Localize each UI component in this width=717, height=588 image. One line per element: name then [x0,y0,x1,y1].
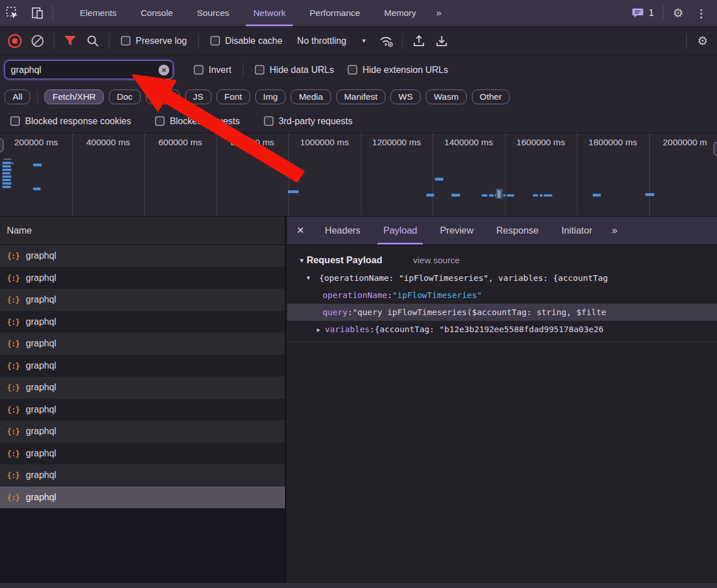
more-options-kebab-icon[interactable]: ⋮ [690,7,712,20]
request-row[interactable]: {:}graphql [0,333,285,355]
more-tabs-chevrons[interactable]: » [428,0,449,26]
triangle-right-icon: ▶ [317,326,320,333]
more-tabs-chevrons[interactable]: » [604,217,625,244]
name-column-header[interactable]: Name [0,217,285,245]
inspect-element-icon[interactable] [0,0,25,26]
blocked-requests-checkbox[interactable]: Blocked requests [148,116,247,126]
invert-label: Invert [209,65,231,75]
request-row[interactable]: {:}graphql [0,420,285,443]
divider [54,34,54,48]
timeline-tick-label: 1200000 ms [361,137,433,148]
json-braces-icon: {:} [7,471,19,480]
filter-chip-js[interactable]: JS [185,89,211,104]
payload-root-text: {operationName: "ipFlowTimeseries", vari… [319,273,608,283]
checkbox-label: Blocked response cookies [25,116,131,126]
disable-cache-checkbox[interactable]: Disable cache [203,36,290,46]
request-row[interactable]: {:}graphql [0,443,285,465]
timeline-tick-label: 1600000 ms [505,137,577,148]
filter-chip-doc[interactable]: Doc [109,89,141,104]
throttling-dropdown[interactable]: No throttling ▼ [289,36,374,46]
request-payload-title: Request Payload [307,255,382,266]
request-name: graphql [26,251,56,261]
timeline-tick-label: 800000 ms [217,137,289,148]
view-source-link[interactable]: view source [413,255,460,266]
filter-chip-fetchxhr[interactable]: Fetch/XHR [44,89,104,104]
clear-filter-icon[interactable]: ✕ [158,64,169,75]
clear-network-log-icon[interactable] [26,30,49,52]
request-row[interactable]: {:}graphql [0,464,285,487]
network-settings-gear-icon[interactable]: ⚙ [691,34,714,48]
request-name: graphql [26,295,56,305]
detail-tab-response[interactable]: Response [485,217,550,244]
request-row[interactable]: {:}graphql [0,399,285,421]
settings-gear-icon[interactable]: ⚙ [667,6,689,20]
tab-memory[interactable]: Memory [372,0,428,26]
detail-tab-initiator[interactable]: Initiator [550,217,604,244]
timeline-tick-label: 600000 ms [144,137,217,148]
filter-input[interactable] [11,65,153,75]
tab-elements[interactable]: Elements [68,0,129,26]
json-braces-icon: {:} [7,251,19,260]
issues-button[interactable]: 1 [626,7,659,19]
filter-chip-manifest[interactable]: Manifest [336,89,386,104]
resource-type-filters: AllFetch/XHRDocCSSJSFontImgMediaManifest… [0,84,717,109]
hide-data-urls-checkbox[interactable]: Hide data URLs [248,65,341,75]
payload-root-row[interactable]: ▼ {operationName: "ipFlowTimeseries", va… [287,269,717,287]
request-row[interactable]: {:}graphql [0,355,285,377]
tab-performance[interactable]: Performance [298,0,372,26]
divider [663,6,663,21]
payload-key: operationName [323,291,388,300]
payload-row[interactable]: query: "query ipFlowTimeseries($accountT… [287,304,717,321]
filter-input-wrap: ✕ [5,60,173,79]
search-icon[interactable] [82,30,104,52]
request-name: graphql [26,273,56,283]
payload-row[interactable]: operationName: "ipFlowTimeseries" [287,287,717,304]
network-conditions-icon[interactable] [375,30,398,52]
invert-checkbox[interactable]: Invert [187,65,238,75]
device-toolbar-icon[interactable] [25,0,50,26]
filter-funnel-icon[interactable] [59,30,82,52]
tab-sources[interactable]: Sources [185,0,242,26]
checkbox [264,116,274,126]
filter-chip-wasm[interactable]: Wasm [426,89,466,104]
checkbox [210,36,220,46]
filter-chip-css[interactable]: CSS [146,89,180,104]
payload-separator: : [370,325,375,334]
record-network-log-button[interactable] [3,30,26,52]
filter-chip-other[interactable]: Other [472,89,510,104]
tab-console[interactable]: Console [129,0,185,26]
filter-chip-font[interactable]: Font [217,89,250,104]
tab-network[interactable]: Network [241,0,298,26]
network-overview-timeline[interactable]: 200000 ms400000 ms600000 ms800000 ms1000… [0,133,717,217]
blocked-response-cookies-checkbox[interactable]: Blocked response cookies [3,116,138,126]
waterfall-bar [507,194,514,197]
preserve-log-checkbox[interactable]: Preserve log [114,36,194,46]
checkbox-label: Blocked requests [170,116,240,126]
export-har-icon[interactable] [430,30,453,52]
waterfall-bar [3,158,11,160]
detail-tab-payload[interactable]: Payload [372,217,429,244]
hide-extension-urls-checkbox[interactable]: Hide extension URLs [341,65,455,75]
request-payload-section-header[interactable]: ▼ Request Payload view source [299,255,717,266]
close-icon[interactable]: ✕ [287,217,313,244]
waterfall-bar [33,164,42,166]
filter-chip-all[interactable]: All [5,89,30,104]
json-braces-icon: {:} [7,427,19,436]
3rd-party-requests-checkbox[interactable]: 3rd-party requests [257,116,360,126]
request-row[interactable]: {:}graphql [0,267,285,289]
detail-tab-preview[interactable]: Preview [429,217,485,244]
waterfall-bar [489,194,494,197]
filter-chip-media[interactable]: Media [291,89,331,104]
request-row[interactable]: {:}graphql [0,377,285,399]
payload-row[interactable]: ▶variables: {accountTag: "b12e3b2192ee55… [287,321,717,338]
request-row[interactable]: {:}graphql [0,311,285,333]
waterfall-bar [2,175,11,178]
request-row[interactable]: {:}graphql [0,487,285,509]
filter-chip-img[interactable]: Img [255,89,286,104]
request-row[interactable]: {:}graphql [0,245,285,267]
timeline-tick-label: 1800000 ms [577,137,649,148]
filter-chip-ws[interactable]: WS [390,89,421,104]
request-row[interactable]: {:}graphql [0,289,285,311]
import-har-icon[interactable] [408,30,430,52]
detail-tab-headers[interactable]: Headers [313,217,372,244]
